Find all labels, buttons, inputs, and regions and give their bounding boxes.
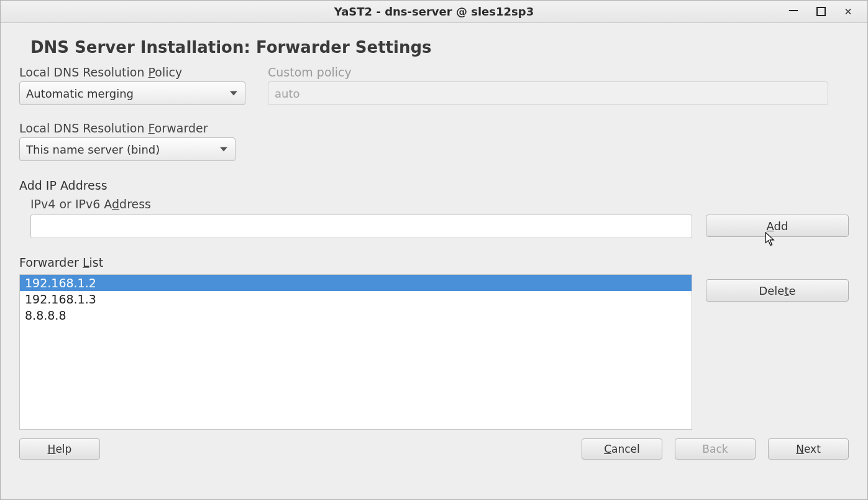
cancel-button[interactable]: Cancel — [582, 438, 662, 460]
custom-policy-col: Custom policy auto — [268, 65, 849, 105]
next-button[interactable]: Next — [768, 438, 849, 460]
forwarder-list-buttons: Delete — [706, 256, 849, 302]
forwarder-list[interactable]: 192.168.1.2192.168.1.38.8.8.8 — [19, 274, 692, 430]
maximize-button[interactable] — [815, 6, 826, 17]
close-button[interactable] — [843, 6, 854, 17]
page-title: DNS Server Installation: Forwarder Setti… — [30, 38, 849, 57]
back-button[interactable]: Back — [675, 438, 756, 460]
forwarder-select[interactable]: This name server (bind) — [19, 137, 235, 161]
policy-select-value: Automatic merging — [26, 87, 134, 100]
add-ip-section-label: Add IP Address — [19, 178, 849, 192]
forwarder-select-value: This name server (bind) — [26, 143, 160, 156]
policy-label: Local DNS Resolution Policy — [19, 65, 245, 79]
add-ip-inner: IPv4 or IPv6 Address Add — [19, 197, 849, 238]
ip-address-input[interactable] — [30, 215, 692, 238]
custom-policy-label: Custom policy — [268, 65, 849, 79]
client-area: DNS Server Installation: Forwarder Setti… — [1, 23, 867, 499]
chevron-down-icon — [220, 147, 227, 152]
policy-select[interactable]: Automatic merging — [19, 81, 245, 105]
add-button[interactable]: Add — [706, 215, 849, 237]
help-button[interactable]: Help — [19, 438, 100, 460]
forwarder-list-col: Forwarder List 192.168.1.2192.168.1.38.8… — [19, 256, 692, 430]
button-bar: Help Cancel Back Next — [19, 438, 849, 460]
ip-address-label: IPv4 or IPv6 Address — [30, 197, 849, 211]
list-item[interactable]: 192.168.1.3 — [20, 291, 692, 307]
forwarder-list-label: Forwarder List — [19, 256, 692, 269]
list-item[interactable]: 8.8.8.8 — [20, 307, 692, 323]
delete-button[interactable]: Delete — [706, 279, 849, 302]
forwarder-col: Local DNS Resolution Forwarder This name… — [19, 121, 849, 178]
forwarder-list-row: Forwarder List 192.168.1.2192.168.1.38.8… — [19, 256, 849, 430]
window-title: YaST2 - dns-server @ sles12sp3 — [1, 5, 867, 18]
custom-policy-value: auto — [275, 87, 300, 100]
titlebar: YaST2 - dns-server @ sles12sp3 — [1, 1, 867, 23]
window-controls — [788, 6, 867, 17]
minimize-button[interactable] — [788, 6, 799, 17]
add-ip-section: Add IP Address IPv4 or IPv6 Address Add — [19, 178, 849, 238]
list-item[interactable]: 192.168.1.2 — [20, 275, 692, 291]
policy-col: Local DNS Resolution Policy Automatic me… — [19, 65, 245, 105]
policy-row: Local DNS Resolution Policy Automatic me… — [19, 65, 849, 105]
chevron-down-icon — [230, 91, 237, 96]
forwarder-label: Local DNS Resolution Forwarder — [19, 121, 849, 135]
ip-row: Add — [30, 215, 849, 238]
window: YaST2 - dns-server @ sles12sp3 DNS Serve… — [0, 0, 868, 500]
custom-policy-field: auto — [268, 81, 828, 105]
